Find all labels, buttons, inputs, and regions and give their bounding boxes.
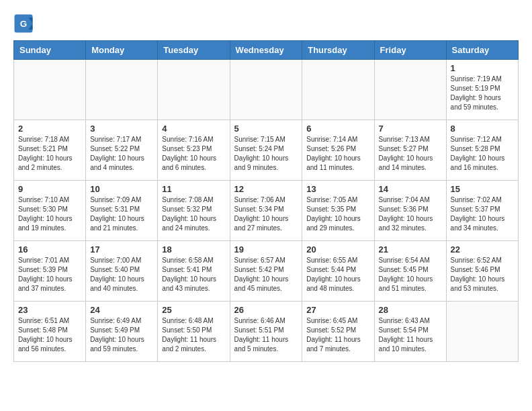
calendar-cell: 4Sunrise: 7:16 AM Sunset: 5:23 PM Daylig… <box>158 120 230 181</box>
day-of-week-header: Sunday <box>14 41 86 60</box>
calendar-cell: 25Sunrise: 6:48 AM Sunset: 5:50 PM Dayli… <box>158 302 230 362</box>
calendar-week-row: 2Sunrise: 7:18 AM Sunset: 5:21 PM Daylig… <box>14 120 519 181</box>
logo: G <box>13 13 36 34</box>
day-number: 1 <box>451 63 514 73</box>
day-of-week-header: Monday <box>86 41 158 60</box>
day-info: Sunrise: 6:55 AM Sunset: 5:44 PM Dayligh… <box>306 256 369 293</box>
days-of-week-row: SundayMondayTuesdayWednesdayThursdayFrid… <box>14 41 519 60</box>
day-info: Sunrise: 7:12 AM Sunset: 5:28 PM Dayligh… <box>451 135 514 173</box>
day-info: Sunrise: 6:49 AM Sunset: 5:49 PM Dayligh… <box>90 316 153 354</box>
calendar-cell <box>158 60 230 120</box>
calendar-cell <box>374 60 446 120</box>
calendar-header: SundayMondayTuesdayWednesdayThursdayFrid… <box>14 41 519 60</box>
day-of-week-header: Friday <box>374 41 446 60</box>
day-info: Sunrise: 7:09 AM Sunset: 5:31 PM Dayligh… <box>90 195 153 233</box>
calendar-week-row: 1Sunrise: 7:19 AM Sunset: 5:19 PM Daylig… <box>14 60 519 120</box>
calendar-cell: 13Sunrise: 7:05 AM Sunset: 5:35 PM Dayli… <box>302 181 374 241</box>
calendar-cell <box>230 60 302 120</box>
day-info: Sunrise: 7:02 AM Sunset: 5:37 PM Dayligh… <box>451 195 514 233</box>
calendar-cell: 21Sunrise: 6:54 AM Sunset: 5:45 PM Dayli… <box>374 241 446 302</box>
day-info: Sunrise: 6:45 AM Sunset: 5:52 PM Dayligh… <box>306 316 369 354</box>
day-number: 4 <box>162 124 225 134</box>
calendar-cell: 15Sunrise: 7:02 AM Sunset: 5:37 PM Dayli… <box>446 181 518 241</box>
day-info: Sunrise: 6:52 AM Sunset: 5:46 PM Dayligh… <box>451 256 514 293</box>
day-number: 10 <box>90 184 153 194</box>
day-info: Sunrise: 7:16 AM Sunset: 5:23 PM Dayligh… <box>162 135 225 173</box>
svg-text:G: G <box>20 19 28 29</box>
calendar-cell: 14Sunrise: 7:04 AM Sunset: 5:36 PM Dayli… <box>374 181 446 241</box>
day-info: Sunrise: 6:43 AM Sunset: 5:54 PM Dayligh… <box>379 316 442 354</box>
day-number: 3 <box>90 124 153 134</box>
day-info: Sunrise: 7:15 AM Sunset: 5:24 PM Dayligh… <box>234 135 298 173</box>
day-of-week-header: Tuesday <box>158 41 230 60</box>
day-info: Sunrise: 7:18 AM Sunset: 5:21 PM Dayligh… <box>18 135 81 173</box>
calendar-cell: 23Sunrise: 6:51 AM Sunset: 5:48 PM Dayli… <box>14 302 86 362</box>
day-info: Sunrise: 7:19 AM Sunset: 5:19 PM Dayligh… <box>451 75 514 112</box>
day-info: Sunrise: 7:05 AM Sunset: 5:35 PM Dayligh… <box>306 195 369 233</box>
day-info: Sunrise: 7:04 AM Sunset: 5:36 PM Dayligh… <box>379 195 442 233</box>
calendar-cell: 5Sunrise: 7:15 AM Sunset: 5:24 PM Daylig… <box>230 120 302 181</box>
calendar-cell: 7Sunrise: 7:13 AM Sunset: 5:27 PM Daylig… <box>374 120 446 181</box>
day-number: 20 <box>306 244 369 255</box>
day-of-week-header: Saturday <box>446 41 518 60</box>
day-number: 27 <box>306 305 369 315</box>
day-number: 8 <box>451 124 514 134</box>
day-number: 5 <box>234 124 298 134</box>
calendar-cell: 24Sunrise: 6:49 AM Sunset: 5:49 PM Dayli… <box>86 302 158 362</box>
calendar-cell: 8Sunrise: 7:12 AM Sunset: 5:28 PM Daylig… <box>446 120 518 181</box>
day-info: Sunrise: 6:58 AM Sunset: 5:41 PM Dayligh… <box>162 256 225 293</box>
day-number: 25 <box>162 305 225 315</box>
calendar-cell <box>14 60 86 120</box>
day-number: 13 <box>306 184 369 194</box>
calendar-cell: 1Sunrise: 7:19 AM Sunset: 5:19 PM Daylig… <box>446 60 518 120</box>
day-number: 22 <box>451 244 514 255</box>
day-number: 18 <box>162 244 225 255</box>
day-number: 9 <box>18 184 81 194</box>
calendar-table: SundayMondayTuesdayWednesdayThursdayFrid… <box>13 40 519 362</box>
day-number: 12 <box>234 184 298 194</box>
day-info: Sunrise: 7:08 AM Sunset: 5:32 PM Dayligh… <box>162 195 225 233</box>
calendar-cell: 17Sunrise: 7:00 AM Sunset: 5:40 PM Dayli… <box>86 241 158 302</box>
calendar-cell: 10Sunrise: 7:09 AM Sunset: 5:31 PM Dayli… <box>86 181 158 241</box>
day-number: 11 <box>162 184 225 194</box>
calendar-cell <box>302 60 374 120</box>
calendar-cell: 27Sunrise: 6:45 AM Sunset: 5:52 PM Dayli… <box>302 302 374 362</box>
day-info: Sunrise: 6:46 AM Sunset: 5:51 PM Dayligh… <box>234 316 298 354</box>
calendar-cell <box>86 60 158 120</box>
day-number: 7 <box>379 124 442 134</box>
day-info: Sunrise: 6:54 AM Sunset: 5:45 PM Dayligh… <box>379 256 442 293</box>
day-number: 28 <box>379 305 442 315</box>
day-number: 15 <box>451 184 514 194</box>
calendar-cell: 18Sunrise: 6:58 AM Sunset: 5:41 PM Dayli… <box>158 241 230 302</box>
calendar-cell <box>446 302 518 362</box>
day-info: Sunrise: 7:00 AM Sunset: 5:40 PM Dayligh… <box>90 256 153 293</box>
logo-icon: G <box>13 13 34 34</box>
day-info: Sunrise: 7:13 AM Sunset: 5:27 PM Dayligh… <box>379 135 442 173</box>
calendar-cell: 22Sunrise: 6:52 AM Sunset: 5:46 PM Dayli… <box>446 241 518 302</box>
calendar-cell: 26Sunrise: 6:46 AM Sunset: 5:51 PM Dayli… <box>230 302 302 362</box>
calendar-body: 1Sunrise: 7:19 AM Sunset: 5:19 PM Daylig… <box>14 60 519 362</box>
day-number: 2 <box>18 124 81 134</box>
day-number: 17 <box>90 244 153 255</box>
day-info: Sunrise: 7:17 AM Sunset: 5:22 PM Dayligh… <box>90 135 153 173</box>
calendar-cell: 12Sunrise: 7:06 AM Sunset: 5:34 PM Dayli… <box>230 181 302 241</box>
day-number: 16 <box>18 244 81 255</box>
day-info: Sunrise: 7:01 AM Sunset: 5:39 PM Dayligh… <box>18 256 81 293</box>
day-info: Sunrise: 7:06 AM Sunset: 5:34 PM Dayligh… <box>234 195 298 233</box>
calendar-cell: 28Sunrise: 6:43 AM Sunset: 5:54 PM Dayli… <box>374 302 446 362</box>
day-number: 6 <box>306 124 369 134</box>
calendar-cell: 2Sunrise: 7:18 AM Sunset: 5:21 PM Daylig… <box>14 120 86 181</box>
calendar-cell: 9Sunrise: 7:10 AM Sunset: 5:30 PM Daylig… <box>14 181 86 241</box>
day-number: 19 <box>234 244 298 255</box>
day-info: Sunrise: 6:57 AM Sunset: 5:42 PM Dayligh… <box>234 256 298 293</box>
day-of-week-header: Wednesday <box>230 41 302 60</box>
calendar-week-row: 23Sunrise: 6:51 AM Sunset: 5:48 PM Dayli… <box>14 302 519 362</box>
calendar-week-row: 9Sunrise: 7:10 AM Sunset: 5:30 PM Daylig… <box>14 181 519 241</box>
day-info: Sunrise: 7:14 AM Sunset: 5:26 PM Dayligh… <box>306 135 369 173</box>
day-of-week-header: Thursday <box>302 41 374 60</box>
page-header: G <box>13 13 519 34</box>
day-number: 24 <box>90 305 153 315</box>
calendar-cell: 6Sunrise: 7:14 AM Sunset: 5:26 PM Daylig… <box>302 120 374 181</box>
calendar-cell: 16Sunrise: 7:01 AM Sunset: 5:39 PM Dayli… <box>14 241 86 302</box>
calendar-cell: 11Sunrise: 7:08 AM Sunset: 5:32 PM Dayli… <box>158 181 230 241</box>
